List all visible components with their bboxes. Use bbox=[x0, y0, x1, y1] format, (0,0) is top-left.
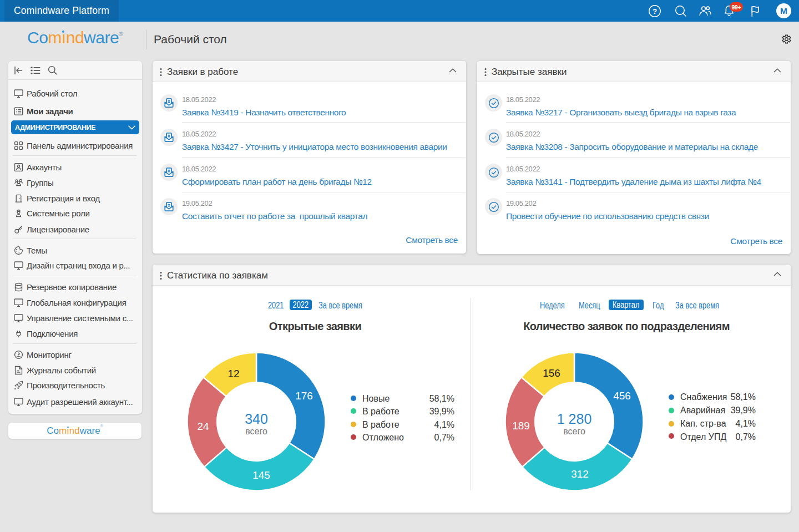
svg-text:?: ? bbox=[653, 7, 657, 15]
